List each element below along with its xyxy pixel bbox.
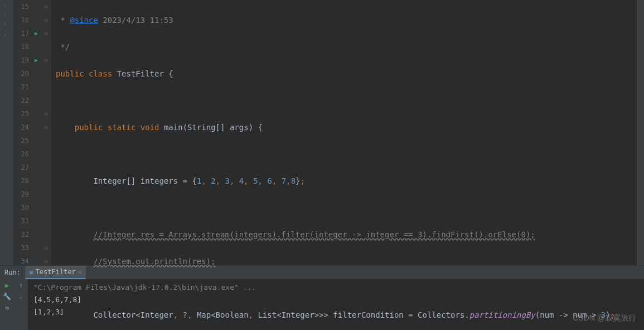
comma: , xyxy=(173,310,178,319)
type: Map<Boolean xyxy=(192,310,248,319)
commented-code: //Integer res = Arrays.stream(integers).… xyxy=(93,230,535,239)
line-number[interactable]: 30 xyxy=(14,201,29,214)
line-number[interactable]: 25 xyxy=(14,134,29,147)
number: 4 xyxy=(239,176,244,185)
line-number[interactable]: 19 xyxy=(14,54,29,67)
number: 3 xyxy=(225,176,230,185)
line-number[interactable]: 27 xyxy=(14,161,29,174)
run-toolbar: ▶ 🔧 ⇆ xyxy=(0,279,14,330)
fold-close-icon[interactable]: ⊟ xyxy=(43,0,51,13)
down-arrow-icon[interactable]: ↓ xyxy=(19,293,23,300)
fold-open-icon[interactable]: ⊟ xyxy=(43,27,51,40)
editor-scrollbar[interactable] xyxy=(637,0,644,265)
line-number[interactable]: 17 xyxy=(14,27,29,40)
line-number[interactable]: 28 xyxy=(14,174,29,188)
line-number[interactable]: 32 xyxy=(14,228,29,241)
wildcard: ? xyxy=(178,310,187,319)
line-number[interactable]: 16 xyxy=(14,13,29,27)
commented-code: //System.out.println(res); xyxy=(93,257,215,266)
fold-close-icon[interactable]: ⊟ xyxy=(43,13,51,27)
chevron-right-icon[interactable]: › xyxy=(0,19,13,28)
up-arrow-icon[interactable]: ↑ xyxy=(19,281,23,289)
brace: { xyxy=(168,69,173,78)
line-number[interactable]: 33 xyxy=(14,241,29,255)
editor-area: › › › ⌄ 15 16 17 18 19 20 21 22 23 24 25… xyxy=(0,0,644,265)
wrap-icon[interactable]: ⇆ xyxy=(5,304,9,312)
chevron-down-icon[interactable]: ⌄ xyxy=(0,28,13,38)
application-icon: ▣ xyxy=(30,269,33,276)
run-label: Run: xyxy=(0,269,25,276)
line-number[interactable]: 24 xyxy=(14,121,29,134)
chevron-right-icon[interactable]: › xyxy=(0,0,13,9)
class-name: TestFilter xyxy=(117,69,164,78)
run-method-icon[interactable]: ▶ xyxy=(33,54,43,67)
keyword: static xyxy=(108,123,136,132)
line-number[interactable]: 22 xyxy=(14,94,29,107)
static-method: partitioningBy xyxy=(469,310,535,319)
line-number[interactable]: 26 xyxy=(14,147,29,161)
comma: , xyxy=(249,310,253,319)
project-tool-strip[interactable]: › › › ⌄ xyxy=(0,0,14,265)
var-decl: integers = { xyxy=(135,176,197,185)
since-tag: @since xyxy=(70,16,98,25)
line-number[interactable]: 15 xyxy=(14,0,29,13)
line-number[interactable]: 23 xyxy=(14,107,29,121)
type: Integer[] xyxy=(93,176,135,185)
run-class-icon[interactable]: ▶ xyxy=(33,27,43,40)
fold-open-icon[interactable]: ⊟ xyxy=(43,54,51,67)
line-number[interactable]: 20 xyxy=(14,67,29,80)
fold-gutter: ⊟ ⊟ ⊟ ⊟ ⊟ ⊟ ⊟ ⊟ xyxy=(43,0,51,265)
date-text: 2023/4/13 11:53 xyxy=(98,16,173,25)
fold-close-icon[interactable]: ⊟ xyxy=(43,121,51,134)
run-gutter: ▶ ▶ xyxy=(33,0,43,265)
rerun-icon[interactable]: ▶ xyxy=(5,281,9,289)
number: 2 xyxy=(211,176,215,185)
console-toolbar: ↑ ↓ xyxy=(14,279,28,330)
keyword: public xyxy=(75,123,103,132)
number: 7 xyxy=(282,176,286,185)
wrench-icon[interactable]: 🔧 xyxy=(3,293,11,300)
code-editor[interactable]: * @since 2023/4/13 11:53 */ public class… xyxy=(51,0,637,265)
number: 5 xyxy=(253,176,258,185)
type: List<Integer>>> filterCondition = Collec… xyxy=(253,310,469,319)
comment-end: */ xyxy=(56,42,70,51)
keyword: public xyxy=(56,69,84,78)
method-args: (String[] args) { xyxy=(183,123,263,132)
line-number[interactable]: 29 xyxy=(14,188,29,201)
keyword: class xyxy=(89,69,112,78)
method-name: main xyxy=(164,123,183,132)
number: 8 xyxy=(291,176,296,185)
watermark: CSDN @寂寞旅行 xyxy=(573,313,636,323)
line-number[interactable]: 21 xyxy=(14,80,29,94)
comment-text: * xyxy=(56,16,70,25)
line-number-gutter[interactable]: 15 16 17 18 19 20 21 22 23 24 25 26 27 2… xyxy=(14,0,33,265)
fold-close-icon[interactable]: ⊟ xyxy=(43,241,51,255)
keyword: void xyxy=(141,123,159,132)
line-number[interactable]: 18 xyxy=(14,40,29,54)
line-number[interactable]: 31 xyxy=(14,214,29,228)
chevron-right-icon[interactable]: › xyxy=(0,9,13,19)
type: Collector<Integer xyxy=(93,310,173,319)
fold-close-icon[interactable]: ⊟ xyxy=(43,107,51,121)
number: 6 xyxy=(267,176,272,185)
